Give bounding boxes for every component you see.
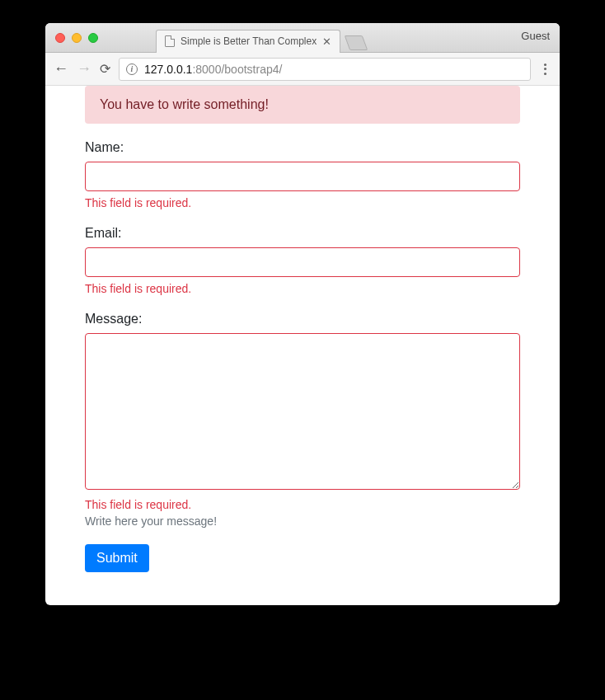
- site-info-icon[interactable]: i: [126, 63, 138, 75]
- close-tab-icon[interactable]: ✕: [322, 35, 331, 48]
- form-group-name: Name: This field is required.: [85, 140, 520, 209]
- email-label: Email:: [85, 226, 520, 241]
- profile-label[interactable]: Guest: [521, 30, 550, 42]
- close-window-icon[interactable]: [55, 33, 65, 43]
- form-group-email: Email: This field is required.: [85, 226, 520, 295]
- minimize-window-icon[interactable]: [72, 33, 82, 43]
- alert-message: You have to write something!: [100, 97, 269, 111]
- message-error: This field is required.: [85, 498, 520, 511]
- url-text: 127.0.0.1:8000/bootstrap4/: [144, 63, 282, 76]
- message-label: Message:: [85, 312, 520, 327]
- name-input[interactable]: [85, 162, 520, 191]
- email-error: This field is required.: [85, 282, 520, 295]
- form-group-message: Message: This field is required. Write h…: [85, 312, 520, 528]
- forward-button: →: [77, 60, 91, 78]
- menu-button[interactable]: [539, 63, 551, 75]
- name-label: Name:: [85, 140, 520, 155]
- document-icon: [165, 35, 175, 47]
- message-textarea[interactable]: [85, 333, 520, 490]
- window-controls: [45, 33, 98, 43]
- toolbar: ← → ⟳ i 127.0.0.1:8000/bootstrap4/: [45, 53, 560, 86]
- back-button[interactable]: ←: [54, 60, 68, 78]
- tab-title: Simple is Better Than Complex: [181, 35, 317, 47]
- address-bar[interactable]: i 127.0.0.1:8000/bootstrap4/: [119, 58, 531, 81]
- browser-tab[interactable]: Simple is Better Than Complex ✕: [156, 30, 340, 53]
- message-help: Write here your message!: [85, 514, 520, 528]
- error-alert: You have to write something!: [85, 86, 520, 124]
- browser-window: Simple is Better Than Complex ✕ Guest ← …: [45, 23, 560, 605]
- new-tab-button[interactable]: [345, 35, 368, 50]
- reload-button[interactable]: ⟳: [100, 61, 110, 77]
- name-error: This field is required.: [85, 196, 520, 209]
- page-content: You have to write something! Name: This …: [45, 86, 560, 605]
- submit-button[interactable]: Submit: [85, 544, 149, 572]
- titlebar: Simple is Better Than Complex ✕ Guest: [45, 23, 560, 53]
- maximize-window-icon[interactable]: [88, 33, 98, 43]
- email-input[interactable]: [85, 247, 520, 277]
